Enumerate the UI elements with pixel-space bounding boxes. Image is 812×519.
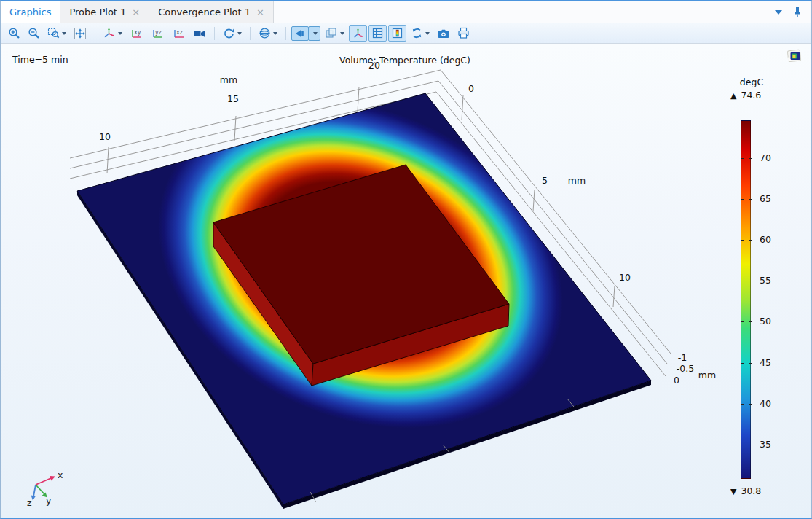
go-to-default-3d-view-button[interactable]: [100, 25, 125, 42]
show-axis-orientation-toggle[interactable]: [349, 25, 367, 42]
tab-label: Probe Plot 1: [69, 7, 126, 17]
min-triangle-icon: ▼: [730, 487, 736, 496]
scene-3d: mm 10 15 20 0 5 mm 10 -1 -0.5 0 mm: [1, 44, 811, 518]
legend-min: ▼30.8: [730, 485, 761, 496]
update-refresh-icon: [411, 27, 423, 39]
tab-convergence-plot[interactable]: Convergence Plot 1 ×: [149, 1, 274, 23]
tab-graphics[interactable]: Graphics: [1, 1, 60, 23]
y-tick-10: 10: [619, 272, 631, 283]
transparency-button[interactable]: [322, 25, 347, 42]
colorbar-tick: [749, 281, 752, 281]
perspective-camera-icon: [193, 28, 206, 39]
z-tick-0: 0: [674, 375, 679, 386]
z-axis-unit: mm: [698, 370, 716, 381]
zoom-extents-button[interactable]: [71, 25, 90, 42]
triad-x-label: x: [58, 469, 63, 480]
dropdown-caret-icon[interactable]: [273, 32, 277, 35]
scene-light-icon: [294, 28, 306, 39]
show-color-legend-toggle[interactable]: [388, 25, 406, 42]
legend-tick-45: 45: [760, 357, 781, 368]
z-tick-neg05: -0.5: [677, 363, 694, 374]
go-to-xz-view-button[interactable]: xz: [169, 25, 189, 42]
tab-bar: Graphics Probe Plot 1 × Convergence Plot…: [1, 1, 811, 23]
legend-colorbar: [741, 120, 751, 479]
x-tick-15: 15: [227, 93, 239, 104]
transparency-cube-icon: [325, 27, 338, 39]
dropdown-caret-icon[interactable]: [62, 32, 66, 35]
triad-y-label: y: [46, 495, 52, 506]
plot-canvas[interactable]: mm 10 15 20 0 5 mm 10 -1 -0.5 0 mm: [1, 44, 811, 518]
graphics-window: Graphics Probe Plot 1 × Convergence Plot…: [0, 0, 812, 519]
colorbar-tick: [749, 199, 752, 200]
zoom-box-button[interactable]: [44, 25, 69, 42]
legend-tick-55: 55: [760, 275, 781, 286]
xz-view-icon: xz: [172, 27, 186, 39]
colorbar-tick: [749, 363, 752, 364]
tab-label: Convergence Plot 1: [158, 7, 251, 17]
legend-min-value: 30.8: [741, 485, 761, 496]
coordinate-triad: x y z: [27, 469, 63, 508]
scene-environment-button[interactable]: [256, 25, 280, 42]
zoom-in-button[interactable]: [5, 25, 23, 42]
zoom-out-icon: [28, 27, 40, 39]
go-to-xy-view-button[interactable]: xy: [127, 25, 146, 42]
max-triangle-icon: ▲: [730, 91, 736, 101]
color-legend-icon: [391, 27, 403, 39]
camera-icon: [437, 28, 450, 39]
colorbar-tick: [741, 363, 744, 364]
close-icon[interactable]: ×: [132, 7, 140, 17]
update-button[interactable]: [408, 25, 433, 42]
dropdown-caret-icon[interactable]: [237, 32, 242, 35]
rotate-button[interactable]: [220, 25, 245, 42]
x-tick-10: 10: [99, 131, 111, 142]
legend-tick-60: 60: [760, 234, 781, 245]
zoom-out-button[interactable]: [25, 25, 43, 42]
colorbar-tick: [741, 158, 744, 159]
colorbar-tick: [749, 240, 752, 241]
grid-icon: [371, 27, 384, 39]
perspective-view-button[interactable]: [190, 26, 209, 42]
colorbar-tick: [741, 240, 744, 241]
toolbar-separator: [95, 27, 95, 40]
plot-thumbnail-icon: [786, 48, 803, 64]
time-annotation: Time=5 min: [12, 54, 68, 65]
scene-light-dropdown[interactable]: [308, 26, 320, 41]
legend-tick-70: 70: [760, 152, 781, 163]
zoom-extents-icon: [74, 27, 87, 40]
go-to-yz-view-button[interactable]: yz: [148, 25, 167, 42]
scene-light-button[interactable]: [291, 26, 309, 41]
z-tick-neg1: -1: [678, 352, 687, 363]
plot-title: Volume: Temperature (degC): [292, 55, 518, 66]
chevron-down-icon[interactable]: [775, 10, 782, 15]
pin-icon[interactable]: [792, 7, 803, 18]
y-tick-0: 0: [468, 83, 474, 94]
dropdown-caret-icon[interactable]: [340, 32, 344, 35]
graphics-toolbar: xy yz xz: [1, 23, 811, 44]
colorbar-tick: [741, 281, 744, 281]
y-axis-unit: mm: [568, 175, 586, 186]
y-tick-5: 5: [542, 175, 548, 186]
xz-label: xz: [176, 29, 183, 36]
rotate-icon: [223, 27, 235, 39]
colorbar-tick: [741, 199, 744, 200]
graphics-thumbnail-button[interactable]: [784, 47, 805, 65]
legend-max-value: 74.6: [741, 90, 761, 101]
dropdown-caret-icon[interactable]: [118, 32, 122, 35]
toolbar-separator: [285, 27, 286, 40]
print-button[interactable]: [454, 25, 473, 42]
yz-label: yz: [155, 29, 162, 36]
image-snapshot-button[interactable]: [434, 26, 453, 42]
legend-tick-40: 40: [760, 398, 781, 409]
tab-probe-plot[interactable]: Probe Plot 1 ×: [60, 1, 149, 23]
x-axis-unit: mm: [220, 74, 237, 85]
legend-tick-50: 50: [760, 316, 781, 327]
zoom-box-icon: [47, 27, 60, 39]
legend-unit: degC: [733, 77, 770, 87]
printer-icon: [457, 27, 470, 39]
close-icon[interactable]: ×: [256, 7, 264, 17]
default-3d-view-icon: [103, 27, 116, 39]
show-grid-toggle[interactable]: [368, 25, 387, 42]
scene-light-split-button: [291, 26, 320, 41]
dropdown-caret-icon[interactable]: [425, 32, 430, 35]
colorbar-tick: [749, 158, 752, 159]
